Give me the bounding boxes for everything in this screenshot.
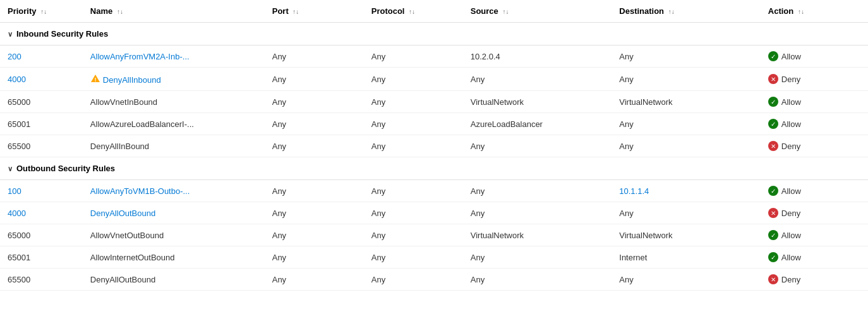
deny-icon: [768, 74, 778, 84]
action-deny: Deny: [768, 274, 860, 284]
allow-icon: [768, 51, 778, 61]
rule-name: AllowInternetOutBound: [90, 253, 175, 262]
sort-icon-action[interactable]: ↑↓: [798, 8, 804, 15]
cell-destination: Internet: [612, 246, 761, 269]
cell-source: VirtualNetwork: [463, 91, 612, 113]
port-value: Any: [272, 75, 286, 84]
destination-value: Any: [619, 75, 633, 84]
cell-action: Deny: [761, 68, 868, 91]
port-value: Any: [272, 253, 286, 262]
port-value: Any: [272, 275, 286, 284]
col-header-destination[interactable]: Destination ↑↓: [612, 0, 761, 23]
sort-icon-port[interactable]: ↑↓: [292, 8, 299, 15]
cell-protocol: Any: [364, 202, 463, 224]
port-value: Any: [272, 186, 286, 196]
action-label: Deny: [781, 142, 800, 151]
cell-port: Any: [265, 224, 364, 246]
protocol-value: Any: [371, 119, 385, 129]
cell-priority: 100: [0, 180, 83, 202]
rule-name: DenyAllInBound: [90, 142, 149, 151]
cell-name[interactable]: AllowAnyToVM1B-Outbo-...: [83, 180, 265, 202]
table-row: 100AllowAnyToVM1B-Outbo-...AnyAnyAny10.1…: [0, 180, 868, 202]
sort-icon-source[interactable]: ↑↓: [502, 8, 509, 15]
action-label: Deny: [781, 275, 800, 284]
cell-name[interactable]: AllowAnyFromVM2A-Inb-...: [83, 45, 265, 68]
checkmark: [771, 121, 776, 128]
destination-value: Any: [619, 142, 633, 151]
col-header-name[interactable]: Name ↑↓: [83, 0, 265, 23]
cell-action: Allow: [761, 246, 868, 269]
cell-action: Deny: [761, 135, 868, 157]
sort-icon-name[interactable]: ↑↓: [117, 8, 123, 15]
sort-icon-destination[interactable]: ↑↓: [668, 8, 675, 15]
port-value: Any: [272, 209, 286, 218]
action-label: Allow: [781, 186, 801, 196]
cell-source: VirtualNetwork: [463, 224, 612, 246]
cell-name[interactable]: !DenyAllInbound: [83, 68, 265, 91]
protocol-value: Any: [371, 142, 385, 151]
col-header-priority[interactable]: Priority ↑↓: [0, 0, 83, 23]
table-row: 65000AllowVnetInBoundAnyAnyVirtualNetwor…: [0, 91, 868, 113]
checkmark: [771, 188, 776, 195]
table-row: 4000DenyAllOutBoundAnyAnyAnyAnyDeny: [0, 202, 868, 224]
section-header-inbound[interactable]: ∨Inbound Security Rules: [0, 23, 868, 45]
cell-protocol: Any: [364, 135, 463, 157]
priority-value: 65500: [8, 142, 30, 151]
col-header-protocol[interactable]: Protocol ↑↓: [364, 0, 463, 23]
priority-value: 65000: [8, 97, 30, 107]
cell-priority: 65500: [0, 135, 83, 157]
cell-action: Allow: [761, 91, 868, 113]
source-value: Any: [471, 209, 485, 218]
rule-name: AllowVnetInBound: [90, 97, 157, 107]
cell-source: Any: [463, 180, 612, 202]
protocol-value: Any: [371, 97, 385, 107]
destination-value: Any: [619, 52, 633, 61]
col-header-port[interactable]: Port ↑↓: [265, 0, 364, 23]
sort-icon-protocol[interactable]: ↑↓: [409, 8, 415, 15]
chevron-icon-outbound: ∨: [8, 165, 13, 173]
cell-port: Any: [265, 91, 364, 113]
cell-action: Allow: [761, 45, 868, 68]
cell-port: Any: [265, 68, 364, 91]
section-header-outbound[interactable]: ∨Outbound Security Rules: [0, 157, 868, 180]
cell-action: Allow: [761, 180, 868, 202]
source-value: VirtualNetwork: [471, 231, 524, 240]
cell-destination: Any: [612, 45, 761, 68]
col-label-priority: Priority: [8, 6, 37, 16]
cell-port: Any: [265, 45, 364, 68]
allow-icon: [768, 186, 778, 196]
priority-value: 100: [8, 186, 21, 196]
sort-icon-priority[interactable]: ↑↓: [40, 8, 47, 15]
rule-name-link[interactable]: AllowAnyFromVM2A-Inb-...: [90, 52, 190, 61]
rule-name-link[interactable]: DenyAllOutBound: [90, 209, 155, 218]
cell-source: 10.2.0.4: [463, 45, 612, 68]
cell-protocol: Any: [364, 224, 463, 246]
source-value: Any: [471, 253, 485, 262]
allow-icon: [768, 97, 778, 107]
allow-icon: [768, 252, 778, 262]
source-value: Any: [471, 75, 485, 84]
port-value: Any: [272, 119, 286, 129]
source-value: AzureLoadBalancer: [471, 119, 543, 129]
protocol-value: Any: [371, 253, 385, 262]
action-allow: Allow: [768, 51, 860, 61]
cell-name[interactable]: DenyAllOutBound: [83, 202, 265, 224]
cell-port: Any: [265, 269, 364, 291]
action-allow: Allow: [768, 119, 860, 129]
col-label-port: Port: [272, 6, 289, 16]
cell-name: DenyAllOutBound: [83, 269, 265, 291]
col-header-source[interactable]: Source ↑↓: [463, 0, 612, 23]
table-row: 65001AllowInternetOutBoundAnyAnyAnyInter…: [0, 246, 868, 269]
action-allow: Allow: [768, 230, 860, 240]
source-value: 10.2.0.4: [471, 52, 500, 61]
table-row: 200AllowAnyFromVM2A-Inb-...AnyAny10.2.0.…: [0, 45, 868, 68]
rule-name-link[interactable]: DenyAllInbound: [103, 75, 161, 85]
destination-value: 10.1.1.4: [619, 186, 649, 196]
col-label-destination: Destination: [619, 6, 664, 16]
rule-name-link[interactable]: AllowAnyToVM1B-Outbo-...: [90, 186, 190, 196]
action-deny: Deny: [768, 74, 860, 84]
protocol-value: Any: [371, 275, 385, 284]
cell-name: AllowAzureLoadBalancerI-...: [83, 113, 265, 135]
col-header-action[interactable]: Action ↑↓: [761, 0, 868, 23]
cell-protocol: Any: [364, 45, 463, 68]
